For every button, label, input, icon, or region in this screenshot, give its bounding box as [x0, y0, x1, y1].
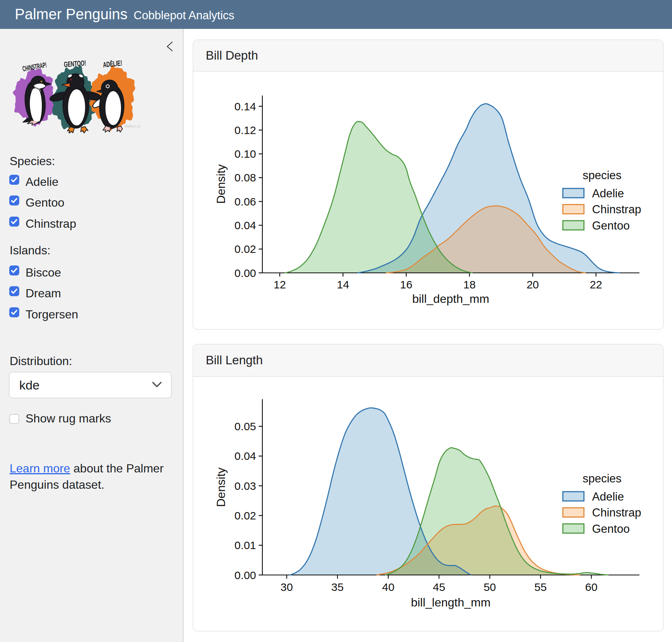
- svg-text:GENTOO!: GENTOO!: [64, 59, 86, 68]
- svg-text:ADĒLIE!: ADĒLIE!: [103, 59, 122, 69]
- svg-text:@allison_horst: @allison_horst: [124, 125, 141, 128]
